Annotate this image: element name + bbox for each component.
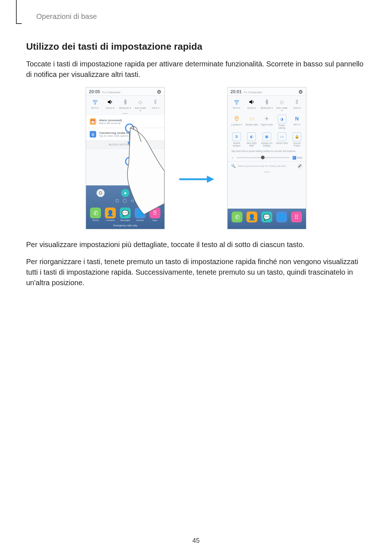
emergency-text: Emergency calls only [86, 223, 164, 229]
qs-bluetooth[interactable]: Bluetooth ▾ [119, 98, 131, 112]
gear-icon[interactable]: ⚙ [298, 89, 303, 95]
page-number: 45 [0, 537, 392, 545]
page-tab-mark [16, 0, 22, 24]
rotate-icon: ◇ [136, 98, 144, 106]
messages-icon[interactable]: 💬 [120, 208, 131, 218]
phone-mock-left: 20:05 Fri, 9 December ⚙ Wi-Fi ▾ Sound ▾ … [86, 87, 165, 229]
rotate-icon: ◇ [278, 98, 286, 106]
notif-sub: Tap for other USB options [99, 135, 132, 137]
location-icon [233, 115, 241, 123]
transition-arrow [178, 174, 214, 186]
qs-smartview[interactable]: ▭Smart View [276, 132, 288, 147]
bluetooth-icon [121, 98, 129, 106]
svg-marker-7 [207, 176, 214, 183]
qs-power[interactable]: ◑Power saving [276, 115, 288, 129]
apps-icon[interactable]: ⠿ [150, 208, 160, 218]
alarm-icon: ⏰ [90, 118, 96, 125]
breadcrumb: Operazioni di base [36, 12, 366, 21]
sound-icon [106, 98, 114, 106]
paragraph-reorder: Per riorganizzare i tasti, tenete premut… [26, 257, 366, 288]
messages-icon[interactable]: 💬 [261, 212, 272, 222]
torch-icon [293, 98, 301, 106]
svg-rect-9 [296, 101, 298, 104]
svg-point-0 [95, 104, 95, 104]
torch-icon [151, 98, 159, 106]
mic-icon[interactable]: 🎤 [297, 164, 302, 169]
paragraph-detail: Per visualizzare impostazioni più dettag… [26, 239, 366, 250]
intro-paragraph: Toccate i tasti di impostazione rapida p… [26, 59, 366, 80]
smartview-icon: ▭ [278, 132, 286, 141]
drag-handle[interactable] [264, 172, 270, 172]
midbar-apps: G ● ▶ [86, 185, 164, 197]
usb-icon: ψ [90, 131, 96, 138]
search-icon: 🔍 [231, 164, 236, 168]
sound-icon [248, 98, 256, 106]
securefolder-icon: 🔒 [293, 132, 301, 141]
notification-alarm[interactable]: ⏰ Alarm (snoozed) Alarm will sound at [86, 115, 164, 128]
qs-rotate[interactable]: ◇Auto rotate ▾ [276, 98, 288, 112]
block-notifications[interactable]: BLOCK NOTIFICATIONS [86, 141, 164, 149]
qs-wifi[interactable]: Wi-Fi ▾ [89, 98, 101, 112]
qs-hotspot[interactable]: 🗎Mobile hotspot [230, 132, 243, 147]
powersave-icon: ◑ [278, 115, 286, 123]
phone-icon[interactable]: ✆ [90, 208, 101, 218]
hotspot-icon: 🗎 [232, 132, 241, 141]
bluelight-icon: ◐ [247, 132, 256, 141]
wifi-icon [91, 98, 99, 106]
qs-bluetooth[interactable]: Bluetooth ▾ [261, 98, 273, 112]
svg-point-10 [236, 118, 237, 119]
brightness-slider[interactable]: ☼ ✓Auto [228, 155, 306, 161]
alwayson-icon: ▣ [262, 132, 271, 141]
notification-usb[interactable]: ψ Transferring media files Tap for other… [86, 128, 164, 141]
phone-mock-right: 20:01 Fri, 9 December ⚙ Wi-Fi ▾ Sound ▾ … [227, 87, 306, 229]
status-time: 20:01 [230, 89, 242, 94]
qs-wifi[interactable]: Wi-Fi ▾ [230, 98, 243, 112]
contacts-icon[interactable]: 👤 [246, 212, 257, 222]
status-time: 20:05 [89, 89, 100, 94]
qs-alwayson[interactable]: ▣Always On Display [261, 132, 273, 147]
google-icon[interactable]: G [97, 189, 105, 197]
qs-rotate[interactable]: ◇Auto rotate ▾ [134, 98, 147, 112]
phone-icon[interactable]: ✆ [232, 212, 242, 222]
qs-sound[interactable]: Sound ▾ [245, 98, 258, 112]
auto-brightness-toggle[interactable]: ✓Auto [293, 156, 302, 160]
qs-nfc[interactable]: NNFC ▾ [291, 115, 303, 129]
search-bar[interactable]: 🔍 Search phone and scan for nearby devic… [228, 161, 306, 171]
nfc-icon: N [293, 115, 301, 123]
qs-torch[interactable]: Torch ▾ [291, 98, 303, 112]
qs-bluelight[interactable]: ◐Blue light filter [245, 132, 258, 147]
qs-sound[interactable]: Sound ▾ [104, 98, 116, 112]
figure-row: 20:05 Fri, 9 December ⚙ Wi-Fi ▾ Sound ▾ … [26, 87, 366, 229]
mobiledata-icon: ↓↑ [248, 115, 256, 123]
svg-point-5 [126, 157, 134, 165]
camera-icon[interactable]: ● [121, 189, 129, 197]
section-title: Utilizzo dei tasti di impostazione rapid… [26, 41, 366, 52]
qs-secure[interactable]: 🔒Secure Folder [291, 132, 303, 147]
play-icon[interactable]: ▶ [146, 189, 154, 197]
wifi-icon [233, 98, 241, 106]
bluetooth-icon [263, 98, 271, 106]
qs-location[interactable]: Location ▾ [230, 115, 243, 129]
svg-rect-1 [155, 101, 156, 104]
quick-settings-row: Wi-Fi ▾ Sound ▾ Bluetooth ▾ ◇Auto rotate… [86, 96, 164, 112]
svg-point-8 [236, 104, 237, 104]
gear-icon[interactable]: ⚙ [157, 89, 162, 95]
status-date: Fri, 9 December [244, 91, 262, 94]
flight-icon: ✈ [263, 115, 271, 123]
brightness-icon: ☼ [231, 156, 234, 159]
search-placeholder: Search phone and scan for nearby devices [238, 165, 295, 167]
reorder-hint: Tap and hold a quick setting button to r… [228, 148, 306, 155]
notif-title: Transferring media files [99, 131, 132, 135]
drag-handle[interactable] [122, 113, 128, 114]
qs-flight[interactable]: ✈Flight mode [261, 115, 273, 129]
contacts-icon[interactable]: 👤 [105, 208, 116, 218]
qs-torch[interactable]: Torch ▾ [149, 98, 162, 112]
qs-mobiledata[interactable]: ↓↑Mobile data [245, 115, 258, 129]
notif-sub: Alarm will sound at [99, 122, 122, 124]
apps-icon[interactable]: ⠿ [291, 212, 302, 222]
internet-icon[interactable]: 🌐 [276, 212, 287, 222]
dock: ✆Phone 👤Contacts 💬Messages 🌐Internet ⠿Ap… [86, 204, 164, 223]
nav-bar: ▢ ◯ ◁ [86, 197, 164, 204]
internet-icon[interactable]: 🌐 [135, 208, 146, 218]
notif-title: Alarm (snoozed) [99, 119, 122, 122]
